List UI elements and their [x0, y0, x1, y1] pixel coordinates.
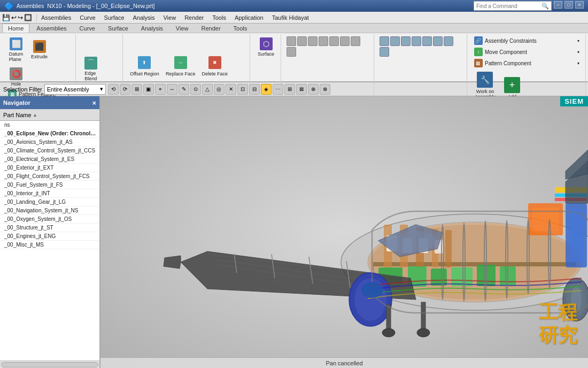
ge-icon-8[interactable] — [287, 47, 296, 57]
selection-filter-value[interactable]: Entire Assembly ▾ — [44, 84, 106, 95]
delete-face-button[interactable]: ✖ Delete Face — [199, 53, 230, 79]
sel-icon-17[interactable]: ⊠ — [296, 84, 307, 95]
modeling-icon-3[interactable] — [401, 36, 411, 46]
edge-blend-button[interactable]: ⌒ EdgeBlend — [80, 55, 102, 83]
window-menu-item[interactable]: Assemblies — [17, 3, 44, 9]
tree-item-misc[interactable]: _00_Misc_jt_MS — [0, 241, 99, 249]
menu-assemblies[interactable]: Assemblies — [37, 12, 75, 23]
sel-icon-6[interactable]: ↔ — [167, 84, 177, 95]
tree-item-electrical[interactable]: _00_Electrical_System_jt_ES — [0, 155, 99, 164]
tree-item-root[interactable]: _00_Eclipse_New (Order: Chronological — [0, 129, 99, 138]
sel-icon-18[interactable]: ⊕ — [308, 84, 319, 95]
menubar: 💾 ↩ ↪ 🔲 Assemblies Curve Surface Analysi… — [0, 12, 588, 24]
offset-region-icon: ⬆ — [138, 56, 151, 69]
modeling-icon-4[interactable] — [412, 36, 421, 46]
modeling-icon-8[interactable] — [380, 47, 389, 57]
move-component-label: Move Component — [485, 49, 527, 55]
hole-button[interactable]: ⭕ Hole — [5, 65, 27, 89]
modeling-icon-5[interactable] — [422, 36, 432, 46]
ge-icon-2[interactable] — [297, 36, 307, 46]
sel-icon-16[interactable]: ⊞ — [284, 84, 295, 95]
offset-region-button[interactable]: ⬆ Offset Region — [127, 53, 162, 79]
tree-item-ns[interactable]: ns — [0, 121, 99, 129]
pattern-component-button[interactable]: ▦ Pattern Component ▾ — [471, 58, 582, 68]
tab-tools[interactable]: Tools — [228, 24, 253, 33]
sel-icon-2[interactable]: ⟳ — [120, 84, 130, 95]
tree-item-navigation[interactable]: _00_Navigation_System_jt_NS — [0, 206, 99, 215]
tree-item-avionics[interactable]: _00_Avionics_System_jt_AS — [0, 138, 99, 147]
ge-icon-1[interactable] — [287, 36, 296, 46]
datum-plane-button[interactable]: ⬜ DatumPlane — [5, 35, 27, 64]
tree-item-landing-gear[interactable]: _00_Landing_Gear_jt_LG — [0, 198, 99, 206]
search-input[interactable] — [476, 3, 540, 9]
menu-surface[interactable]: Surface — [100, 12, 129, 23]
close-button[interactable]: × — [575, 1, 584, 9]
menu-tools[interactable]: Tools — [208, 12, 230, 23]
sel-icon-15[interactable]: ⋯ — [273, 84, 283, 95]
modeling-buttons — [378, 35, 463, 58]
ge-icon-7[interactable] — [351, 36, 360, 46]
selection-filter-dropdown[interactable]: Entire Assembly ▾ — [44, 84, 106, 95]
tab-render[interactable]: Render — [195, 24, 226, 33]
tree-item-engines[interactable]: _00_Engines_jt_ENG — [0, 232, 99, 241]
extrude-button[interactable]: ⬛ Extrude — [28, 38, 51, 62]
modeling-icon-1[interactable] — [380, 36, 389, 46]
ge-icon-4[interactable] — [319, 36, 328, 46]
tree-item-interior[interactable]: _00_Interior_jt_INT — [0, 189, 99, 198]
modeling-icon-7[interactable] — [444, 36, 453, 46]
sel-icon-5[interactable]: ⌖ — [155, 84, 166, 95]
search-box[interactable]: 🔍 — [474, 1, 552, 11]
move-component-button[interactable]: ↕ Move Component ▾ — [471, 47, 582, 57]
sel-icon-9[interactable]: △ — [202, 84, 213, 95]
assembly-constraints-button[interactable]: 🔗 Assembly Constraints ▾ — [471, 35, 582, 46]
sel-icon-12[interactable]: ⊡ — [237, 84, 248, 95]
sel-icon-7[interactable]: ✎ — [179, 84, 189, 95]
qa-icon-4[interactable]: 🔲 — [24, 14, 32, 21]
tab-assemblies[interactable]: Assemblies — [30, 24, 72, 33]
menu-application[interactable]: Application — [230, 12, 268, 23]
navigator-close-button[interactable]: × — [92, 99, 96, 107]
sel-icon-10[interactable]: ◎ — [214, 84, 225, 95]
ge-icon-3[interactable] — [308, 36, 318, 46]
tab-curve[interactable]: Curve — [74, 24, 101, 33]
navigator-scrollbar[interactable] — [1, 362, 98, 367]
qa-icon-3[interactable]: ↪ — [18, 14, 23, 21]
tab-home[interactable]: Home — [2, 24, 29, 33]
minimize-button[interactable]: − — [554, 1, 562, 9]
menu-curve[interactable]: Curve — [75, 12, 99, 23]
sel-icon-14[interactable]: ◈ — [261, 84, 272, 95]
menu-view[interactable]: View — [159, 12, 180, 23]
sel-icon-1[interactable]: ⟲ — [108, 84, 119, 95]
maximize-button[interactable]: □ — [564, 1, 573, 9]
qa-icon-2[interactable]: ↩ — [11, 14, 17, 21]
tab-surface[interactable]: Surface — [102, 24, 134, 33]
sel-icon-3[interactable]: ⊞ — [131, 84, 142, 95]
ge-icon-5[interactable] — [329, 36, 339, 46]
tree-item-climate[interactable]: _00_Climate_Control_System_jt_CCS — [0, 147, 99, 155]
tree-item-exterior[interactable]: _00_Exterior_jt_EXT — [0, 164, 99, 172]
tree-item-structure[interactable]: _00_Structure_jt_ST — [0, 224, 99, 232]
menu-analysis[interactable]: Analysis — [129, 12, 159, 23]
menu-render[interactable]: Render — [180, 12, 208, 23]
qa-icon-1[interactable]: 💾 — [2, 14, 10, 21]
viewport[interactable]: 工程 研究 SIEM Pan cancelled — [100, 96, 588, 368]
surface-button[interactable]: ⬡ Surface — [254, 35, 277, 59]
replace-face-button[interactable]: ↔ Replace Face — [163, 53, 198, 79]
modeling-icon-2[interactable] — [390, 36, 400, 46]
tree-item-oxygen[interactable]: _00_Oxygen_System_jt_OS — [0, 215, 99, 224]
sel-icon-19[interactable]: ⊗ — [320, 84, 330, 95]
datum-plane-label: DatumPlane — [9, 51, 24, 62]
tab-view[interactable]: View — [170, 24, 195, 33]
sel-icon-13[interactable]: ⊟ — [249, 84, 260, 95]
watermark-line2: 研究 — [539, 324, 577, 347]
tab-analysis[interactable]: Analysis — [135, 24, 169, 33]
tree-item-flight-control[interactable]: _00_Flight_Control_System_jt_FCS — [0, 172, 99, 181]
menu-user[interactable]: Taufik Hidayat — [268, 12, 313, 23]
sel-icon-4[interactable]: ▣ — [143, 84, 154, 95]
ge-icon-6[interactable] — [340, 36, 350, 46]
modeling-icon-6[interactable] — [433, 36, 443, 46]
tree-item-fuel[interactable]: _00_Fuel_System_jt_FS — [0, 181, 99, 189]
navigator-tree-header[interactable]: Part Name ▴ — [0, 109, 99, 121]
sel-icon-11[interactable]: ✕ — [226, 84, 236, 95]
sel-icon-8[interactable]: ⊙ — [190, 84, 201, 95]
